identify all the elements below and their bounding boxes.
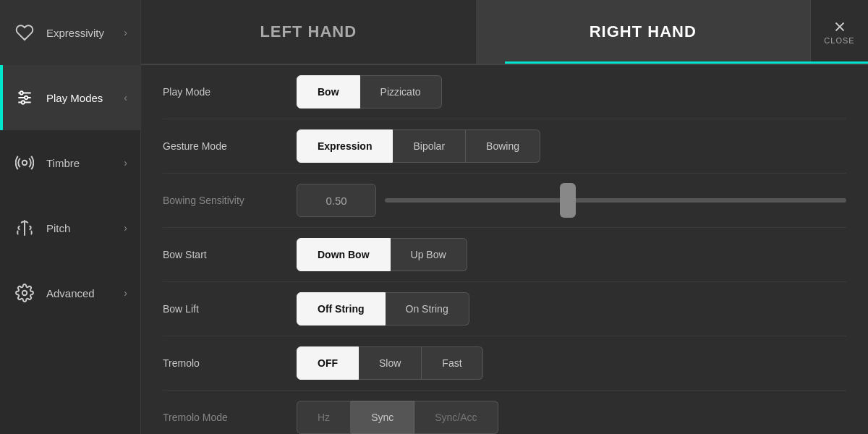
chevron-right-icon: › — [124, 27, 127, 38]
btn-up-bow[interactable]: Up Bow — [391, 238, 467, 271]
btn-bow[interactable]: Bow — [297, 75, 360, 109]
label-gesture-mode: Gesture Mode — [163, 140, 297, 152]
content-area: Play Mode Bow Pizzicato Gesture Mode Exp… — [141, 65, 868, 434]
btn-tremolo-off[interactable]: OFF — [297, 346, 359, 380]
row-play-mode: Play Mode Bow Pizzicato — [163, 65, 846, 119]
btn-expression[interactable]: Expression — [297, 129, 393, 163]
sidebar-item-timbre[interactable]: Timbre › — [0, 130, 140, 195]
sidebar-label-timbre: Timbre — [46, 157, 124, 169]
slider-thumb[interactable] — [560, 183, 576, 218]
gear-icon — [13, 281, 36, 305]
row-bow-start: Bow Start Down Bow Up Bow — [163, 228, 846, 282]
sidebar-item-play-modes[interactable]: Play Modes ‹ — [0, 65, 140, 130]
tab-header: LEFT HAND RIGHT HAND CLOSE — [141, 0, 868, 65]
sidebar: Expressivity › Play Modes ‹ — [0, 0, 141, 434]
btn-down-bow[interactable]: Down Bow — [297, 238, 391, 271]
sidebar-item-pitch[interactable]: Pitch › — [0, 195, 140, 260]
sidebar-label-advanced: Advanced — [46, 287, 124, 299]
close-icon — [832, 19, 848, 35]
chevron-right-icon-3: › — [124, 157, 127, 169]
close-button[interactable]: CLOSE — [810, 0, 868, 64]
svg-point-7 — [22, 291, 27, 296]
btn-bipolar[interactable]: Bipolar — [393, 129, 466, 163]
btn-pizzicato[interactable]: Pizzicato — [360, 75, 442, 109]
radio-icon — [13, 151, 36, 174]
main-panel: LEFT HAND RIGHT HAND CLOSE Play Mode Bow… — [141, 0, 868, 434]
sidebar-label-play-modes: Play Modes — [46, 92, 124, 104]
btn-sync-acc[interactable]: Sync/Acc — [414, 401, 498, 434]
sidebar-item-expressivity[interactable]: Expressivity › — [0, 0, 140, 65]
tab-left-hand[interactable]: LEFT HAND — [141, 0, 476, 64]
tab-active-underline — [505, 61, 869, 64]
btn-group-bow-lift: Off String On String — [297, 292, 469, 326]
btn-tremolo-slow[interactable]: Slow — [359, 346, 422, 380]
btn-group-tremolo: OFF Slow Fast — [297, 346, 483, 380]
chevron-right-icon-5: › — [124, 287, 127, 299]
btn-group-bow-start: Down Bow Up Bow — [297, 238, 467, 271]
btn-hz[interactable]: Hz — [297, 401, 351, 434]
label-tremolo: Tremolo — [163, 357, 297, 369]
row-bowing-sensitivity: Bowing Sensitivity 0.50 — [163, 174, 846, 228]
btn-off-string[interactable]: Off String — [297, 292, 386, 326]
slider-value: 0.50 — [297, 184, 376, 217]
svg-point-3 — [20, 91, 23, 94]
btn-group-play-mode: Bow Pizzicato — [297, 75, 442, 109]
btn-group-tremolo-mode: Hz Sync Sync/Acc — [297, 401, 498, 434]
row-tremolo-mode: Tremolo Mode Hz Sync Sync/Acc — [163, 391, 846, 434]
sidebar-label-expressivity: Expressivity — [46, 27, 124, 39]
sliders-icon — [13, 86, 36, 109]
btn-on-string[interactable]: On String — [386, 292, 469, 326]
label-bowing-sensitivity: Bowing Sensitivity — [163, 195, 297, 206]
svg-point-4 — [25, 96, 27, 99]
label-tremolo-mode: Tremolo Mode — [163, 412, 297, 423]
label-bow-start: Bow Start — [163, 249, 297, 260]
row-bow-lift: Bow Lift Off String On String — [163, 282, 846, 336]
row-tremolo: Tremolo OFF Slow Fast — [163, 336, 846, 391]
tab-right-hand[interactable]: RIGHT HAND — [476, 0, 811, 64]
svg-point-5 — [22, 101, 25, 103]
slider-track[interactable] — [385, 198, 846, 203]
sidebar-label-pitch: Pitch — [46, 222, 124, 234]
chevron-right-icon-2: ‹ — [124, 92, 127, 103]
btn-tremolo-fast[interactable]: Fast — [422, 346, 482, 380]
heart-icon — [13, 21, 36, 44]
btn-sync[interactable]: Sync — [351, 401, 414, 434]
pitch-icon — [13, 216, 36, 239]
svg-point-6 — [22, 161, 27, 166]
btn-group-gesture-mode: Expression Bipolar Bowing — [297, 129, 540, 163]
slider-container: 0.50 — [297, 184, 846, 217]
btn-bowing[interactable]: Bowing — [466, 129, 540, 163]
label-bow-lift: Bow Lift — [163, 303, 297, 315]
sidebar-item-advanced[interactable]: Advanced › — [0, 260, 140, 326]
row-gesture-mode: Gesture Mode Expression Bipolar Bowing — [163, 119, 846, 174]
label-play-mode: Play Mode — [163, 86, 297, 98]
chevron-right-icon-4: › — [124, 222, 127, 234]
